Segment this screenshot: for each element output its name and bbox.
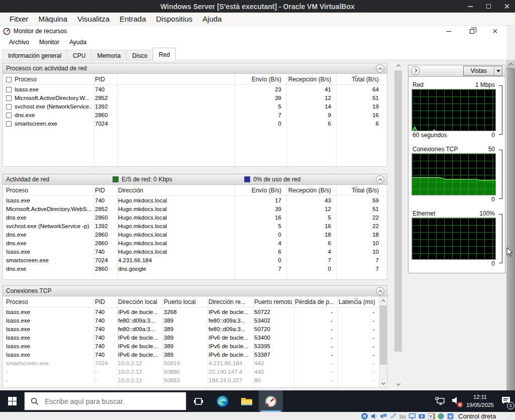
task-view-button[interactable]: [186, 390, 211, 412]
column-header-pid[interactable]: PID: [92, 298, 115, 305]
rm-menu-item[interactable]: Ayuda: [64, 37, 91, 47]
collapse-button[interactable]: [376, 64, 384, 73]
table-row[interactable]: - - 10.0.2.12 50886 20.190.147.4 443 - -: [3, 367, 387, 376]
rm-menu-item[interactable]: Monitor: [34, 37, 64, 47]
column-header-pid[interactable]: PID: [92, 76, 115, 83]
table-row[interactable]: lsass.exe 740 Hugo.mkdocs.local 6 4 10: [3, 247, 387, 256]
keyboard-icon[interactable]: [447, 412, 454, 420]
rm-close-button[interactable]: [483, 26, 506, 37]
table-row[interactable]: svchost.exe (NetworkService... 1392 5 14…: [3, 102, 387, 111]
main-scrollbar[interactable]: [394, 61, 402, 388]
rm-tab[interactable]: CPU: [67, 50, 91, 60]
rm-minimize-button[interactable]: [437, 26, 460, 37]
collapse-button[interactable]: [376, 287, 384, 295]
scroll-down-button[interactable]: [379, 379, 387, 387]
table-row[interactable]: smartscreen.exe 7024 10.0.2.12 50919 4.2…: [3, 359, 387, 367]
column-header-direccion-local[interactable]: Dirección local: [115, 298, 161, 305]
table-row[interactable]: dns.exe 2860 dns.google 7 0 7: [3, 264, 387, 273]
volume-muted-tray-icon[interactable]: [451, 396, 461, 407]
rm-tab[interactable]: Información general: [2, 50, 67, 60]
views-dropdown[interactable]: Vistas: [463, 66, 502, 76]
column-header-proceso[interactable]: Proceso: [3, 298, 92, 305]
row-checkbox[interactable]: [6, 113, 12, 118]
column-header-perdida[interactable]: Pérdida de p...: [292, 298, 336, 305]
resize-grip[interactable]: ⋰: [508, 413, 513, 419]
scrollbar-thumb[interactable]: [394, 70, 402, 352]
taskbar-search[interactable]: [24, 392, 186, 410]
table-row[interactable]: Microsoft.ActiveDirectory.WebS... 2852 H…: [3, 204, 387, 213]
audio-icon[interactable]: [370, 412, 378, 420]
table-row[interactable]: lsass.exe 740 23 41 64: [3, 85, 387, 93]
column-header-envio[interactable]: Envío (B/s): [233, 76, 284, 83]
network-tray-icon[interactable]: [435, 397, 446, 406]
column-header-direccion[interactable]: Dirección: [115, 187, 233, 194]
notification-center-button[interactable]: 1: [501, 396, 511, 407]
column-header-envio[interactable]: Envío (B/s): [233, 187, 284, 194]
row-checkbox[interactable]: [6, 104, 12, 110]
column-header-puerto-local[interactable]: Puerto local: [161, 298, 205, 305]
table-row[interactable]: dns.exe 2860 7 9 16: [3, 111, 387, 119]
edge-taskbar-button[interactable]: [211, 390, 235, 412]
column-header-total[interactable]: Total (B/s): [334, 187, 382, 194]
select-all-checkbox[interactable]: [6, 77, 12, 82]
column-header-pid[interactable]: PID: [92, 187, 115, 194]
vm-menu-item[interactable]: Entrada: [115, 14, 151, 24]
row-checkbox[interactable]: [6, 87, 12, 92]
vm-menu-item[interactable]: Dispositius: [152, 14, 197, 24]
scroll-up-button[interactable]: [394, 61, 402, 70]
resource-monitor-taskbar-button[interactable]: [259, 390, 283, 412]
table-row[interactable]: smartscreen.exe 7024 4.231.66.184 0 7 7: [3, 256, 387, 264]
features-icon[interactable]: V: [428, 412, 435, 420]
rm-tab[interactable]: Disco: [126, 50, 153, 60]
column-header-puerto-remoto[interactable]: Puerto remoto: [251, 298, 292, 305]
table-row[interactable]: smartscreen.exe 7024 0 6 6: [3, 119, 387, 128]
vm-menu-item[interactable]: Fitxer: [5, 14, 33, 24]
vm-titlebar[interactable]: Windows Server [S'està executant] - Orac…: [0, 0, 515, 13]
scroll-up-button[interactable]: [506, 60, 515, 68]
table-row[interactable]: lsass.exe 740 fe80::d09a:3... 389 fe80::…: [3, 316, 387, 325]
start-button[interactable]: [0, 390, 24, 412]
scroll-up-button[interactable]: [379, 296, 387, 305]
column-header-proceso[interactable]: Proceso: [3, 76, 92, 83]
vm-close-button[interactable]: [503, 3, 510, 10]
table-row[interactable]: lsass.exe 740 IPv6 de bucle... 3268 IPv6…: [3, 307, 387, 316]
table-row[interactable]: svchost.exe (NetworkService -p) 1392 Hug…: [3, 222, 387, 230]
table-row[interactable]: lsass.exe 740 Hugo.mkdocs.local 17 43 59: [3, 196, 387, 204]
outer-scrollbar[interactable]: [506, 60, 515, 420]
collapse-button[interactable]: [376, 175, 384, 184]
row-checkbox[interactable]: [6, 95, 12, 101]
table-row[interactable]: lsass.exe 740 fe80::d09a:3... 389 fe80::…: [3, 325, 387, 333]
table-row[interactable]: dns.exe 2860 Hugo.mkdocs.local 0 18 18: [3, 230, 387, 239]
rm-tab[interactable]: Memoria: [91, 50, 127, 60]
table-row[interactable]: - - 10.0.2.12 50883 184.24.0.227 80 - -: [3, 376, 387, 384]
rm-menu-item[interactable]: Archivo: [4, 37, 34, 47]
scroll-down-button[interactable]: [394, 380, 402, 388]
tcp-table-scrollbar[interactable]: [379, 296, 387, 387]
vm-menu-item[interactable]: Màquina: [34, 14, 72, 24]
views-arrow-button[interactable]: [494, 66, 502, 75]
hard-disk-icon[interactable]: [361, 412, 368, 420]
vm-maximize-button[interactable]: [485, 3, 492, 10]
usb-icon[interactable]: [389, 412, 397, 420]
shared-folders-icon[interactable]: [399, 412, 406, 420]
rm-tab[interactable]: Red: [153, 48, 176, 60]
scrollbar-thumb[interactable]: [380, 305, 387, 365]
column-header-recepcion[interactable]: Recepción (B/s): [284, 76, 334, 83]
table-row[interactable]: lsass.exe 740 IPv6 de bucle... 389 IPv6 …: [3, 342, 387, 350]
column-header-direccion-remota[interactable]: Dirección re...: [205, 298, 251, 305]
table-row[interactable]: Microsoft.ActiveDirectory.W... 2852 39 1…: [3, 93, 387, 102]
column-header-recepcion[interactable]: Recepción (B/s): [284, 187, 334, 194]
vm-menu-item[interactable]: Visualitza: [73, 14, 114, 24]
rm-restore-button[interactable]: [460, 26, 483, 37]
table-row[interactable]: dns.exe 2860 Hugo.mkdocs.local 16 5 22: [3, 213, 387, 222]
table-row[interactable]: dns.exe 2860 Hugo.mkdocs.local 4 6 10: [3, 239, 387, 247]
row-checkbox[interactable]: [6, 121, 12, 127]
collapse-panel-button[interactable]: [411, 66, 420, 75]
display-icon[interactable]: [408, 412, 416, 420]
taskbar-clock[interactable]: 12:11 19/05/2025: [466, 393, 494, 409]
table-row[interactable]: lsass.exe 740 IPv6 de bucle... 389 IPv6 …: [3, 333, 387, 342]
column-header-total[interactable]: Total (B/s): [334, 76, 382, 83]
table-row[interactable]: lsass.exe 740 IPv6 de bucle... 389 IPv6 …: [3, 350, 387, 359]
search-input[interactable]: [45, 397, 170, 405]
scrollbar-thumb[interactable]: [506, 68, 515, 420]
